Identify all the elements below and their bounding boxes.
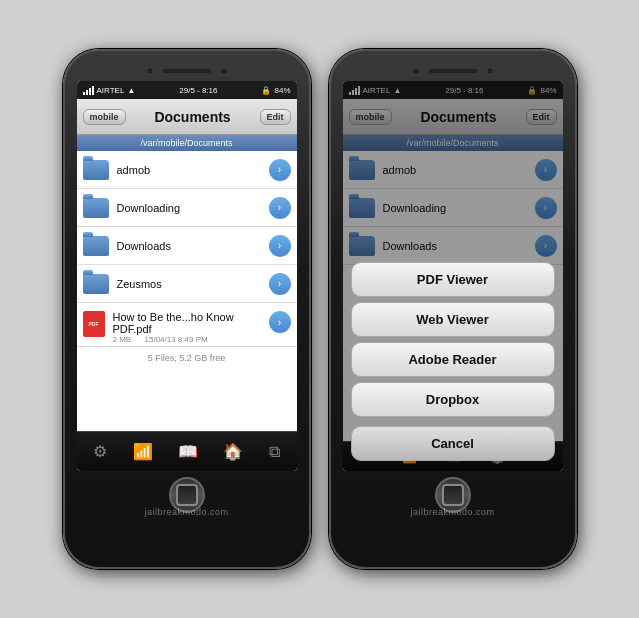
camera-icon <box>146 67 154 75</box>
watermark-2: jailbreakmodo.com <box>331 507 575 517</box>
phone-1-top <box>73 63 301 77</box>
list-item[interactable]: admob › <box>77 151 297 189</box>
watermark: jailbreakmodo.com <box>65 507 309 517</box>
nav-bar-1: mobile Documents Edit <box>77 99 297 135</box>
pdf-icon: PDF <box>83 311 105 337</box>
folder-icon <box>83 274 109 294</box>
sensor-icon-2 <box>486 67 494 75</box>
phone-2: AIRTEL ▲ 29/5 - 8:16 🔒 84% mobile Docume… <box>329 49 577 569</box>
speaker <box>162 68 212 74</box>
action-sheet: PDF Viewer Web Viewer Adobe Reader Dropb… <box>343 262 563 471</box>
list-item[interactable]: PDF How to Be the...ho Know PDF.pdf 2 MB… <box>77 303 297 347</box>
back-button-1[interactable]: mobile <box>83 109 126 125</box>
file-info: How to Be the...ho Know PDF.pdf 2 MB 15/… <box>113 311 269 344</box>
list-item[interactable]: Downloading › <box>77 189 297 227</box>
pdf-viewer-button[interactable]: PDF Viewer <box>351 262 555 297</box>
arrow-button[interactable]: › <box>269 197 291 219</box>
file-name: How to Be the...ho Know PDF.pdf <box>113 311 269 335</box>
phone-2-screen: AIRTEL ▲ 29/5 - 8:16 🔒 84% mobile Docume… <box>343 81 563 471</box>
settings-tab[interactable]: ⚙ <box>93 442 107 461</box>
file-name: admob <box>117 164 269 176</box>
time-label: 29/5 - 8:16 <box>179 86 217 95</box>
speaker-2 <box>428 68 478 74</box>
books-tab[interactable]: 📖 <box>178 442 198 461</box>
camera-icon-2 <box>412 67 420 75</box>
file-list-1: admob › Downloading › Downloads › Zeusmo… <box>77 151 297 431</box>
battery-label: 84% <box>274 86 290 95</box>
page-title-1: Documents <box>154 109 230 125</box>
web-viewer-button[interactable]: Web Viewer <box>351 302 555 337</box>
home-button-inner-2 <box>442 484 464 506</box>
arrow-button[interactable]: › <box>269 273 291 295</box>
status-bar-1: AIRTEL ▲ 29/5 - 8:16 🔒 84% <box>77 81 297 99</box>
dropbox-button[interactable]: Dropbox <box>351 382 555 417</box>
status-left-1: AIRTEL ▲ <box>83 86 136 95</box>
phone-1: AIRTEL ▲ 29/5 - 8:16 🔒 84% mobile Docume… <box>63 49 311 569</box>
arrow-button[interactable]: › <box>269 311 291 333</box>
adobe-reader-button[interactable]: Adobe Reader <box>351 342 555 377</box>
carrier-label: AIRTEL <box>97 86 125 95</box>
phone-2-top <box>339 63 567 77</box>
footer-text-1: 5 Files, 5.2 GB free <box>77 347 297 369</box>
folder-icon <box>83 236 109 256</box>
sensor-icon <box>220 67 228 75</box>
cancel-button[interactable]: Cancel <box>351 426 555 461</box>
home-button-inner <box>176 484 198 506</box>
file-name: Downloading <box>117 202 269 214</box>
list-item[interactable]: Downloads › <box>77 227 297 265</box>
file-meta: 2 MB 15/04/13 8:49 PM <box>113 335 269 344</box>
status-right-1: 🔒 84% <box>261 86 290 95</box>
file-name: Zeusmos <box>117 278 269 290</box>
arrow-button[interactable]: › <box>269 159 291 181</box>
folder-icon <box>83 160 109 180</box>
folder-icon <box>83 198 109 218</box>
lock-icon: 🔒 <box>261 86 271 95</box>
edit-button-1[interactable]: Edit <box>260 109 291 125</box>
path-bar-1: /var/mobile/Documents <box>77 135 297 151</box>
file-name: Downloads <box>117 240 269 252</box>
list-item[interactable]: Zeusmos › <box>77 265 297 303</box>
home-tab[interactable]: 🏠 <box>223 442 243 461</box>
signal-icon <box>83 86 94 95</box>
tab-bar-1: ⚙ 📶 📖 🏠 ⧉ <box>77 431 297 471</box>
wifi-icon: ▲ <box>127 86 135 95</box>
tabs-tab[interactable]: ⧉ <box>269 443 280 461</box>
scene: AIRTEL ▲ 29/5 - 8:16 🔒 84% mobile Docume… <box>53 39 587 579</box>
wifi-tab[interactable]: 📶 <box>133 442 153 461</box>
action-overlay: PDF Viewer Web Viewer Adobe Reader Dropb… <box>343 81 563 471</box>
arrow-button[interactable]: › <box>269 235 291 257</box>
phone-1-screen: AIRTEL ▲ 29/5 - 8:16 🔒 84% mobile Docume… <box>77 81 297 471</box>
